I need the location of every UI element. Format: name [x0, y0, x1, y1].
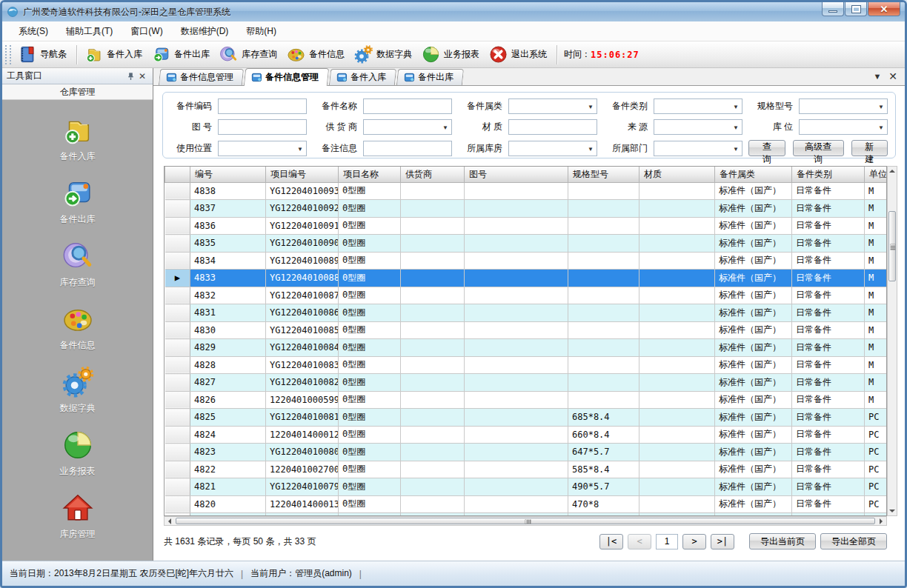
row-selector-cell[interactable]	[165, 478, 190, 496]
table-cell[interactable]	[465, 374, 568, 392]
table-cell[interactable]	[568, 374, 639, 392]
form-select[interactable]: ▼	[799, 98, 888, 114]
table-cell[interactable]	[401, 409, 465, 427]
menu-item[interactable]: 系统(S)	[10, 22, 57, 41]
table-cell[interactable]	[568, 287, 639, 304]
table-cell[interactable]	[568, 270, 639, 287]
table-cell[interactable]: YG12204010081	[266, 409, 339, 427]
table-row[interactable]: 4830YG122040100850型圈标准件（国产）日常备件M	[165, 321, 887, 339]
horizontal-scroll-thumb[interactable]	[176, 518, 875, 524]
table-cell[interactable]: 标准件（国产）	[715, 270, 792, 287]
table-cell[interactable]: 0型圈	[339, 270, 401, 287]
table-cell[interactable]	[639, 391, 715, 409]
table-cell[interactable]: YG12204010091	[266, 217, 339, 235]
table-cell[interactable]: 日常备件	[792, 426, 865, 444]
table-cell[interactable]: 1220401400012	[266, 426, 339, 444]
row-selector-cell[interactable]	[165, 287, 190, 304]
table-cell[interactable]	[639, 356, 715, 374]
table-cell[interactable]: 0型圈	[339, 217, 401, 235]
table-cell[interactable]: 0型圈	[339, 409, 401, 427]
table-cell[interactable]: 标准件（国产）	[715, 478, 792, 496]
next-page-button[interactable]: >	[682, 534, 706, 549]
row-selector-cell[interactable]	[165, 444, 190, 461]
table-row[interactable]: 4829YG122040100840型圈标准件（国产）日常备件M	[165, 339, 887, 357]
new-button[interactable]: 新建	[851, 140, 888, 156]
table-cell[interactable]	[401, 461, 465, 478]
table-cell[interactable]	[568, 182, 639, 200]
table-cell[interactable]	[639, 321, 715, 339]
table-cell[interactable]	[568, 217, 639, 235]
table-cell[interactable]: 0型圈	[339, 391, 401, 409]
form-select[interactable]: ▼	[218, 141, 307, 156]
table-cell[interactable]: 4831	[190, 304, 266, 322]
form-select[interactable]: ▼	[799, 119, 888, 135]
table-cell[interactable]: 日常备件	[792, 444, 865, 461]
table-cell[interactable]: 0型圈	[339, 287, 401, 304]
row-selector-cell[interactable]	[165, 356, 190, 374]
table-cell[interactable]	[401, 478, 465, 496]
table-cell[interactable]: 4823	[190, 444, 266, 461]
toolbar-button-exit[interactable]: 退出系统	[485, 43, 553, 66]
column-header[interactable]: 备件类别	[792, 167, 865, 182]
minimize-button[interactable]	[822, 2, 844, 16]
row-selector-cell[interactable]	[165, 426, 190, 444]
form-input[interactable]	[363, 98, 452, 114]
table-cell[interactable]: 0型圈	[339, 356, 401, 374]
table-cell[interactable]: 0型圈	[339, 235, 401, 253]
export-current-page-button[interactable]: 导出当前页	[749, 533, 816, 549]
table-cell[interactable]	[465, 391, 568, 409]
sidebar-item-inbound[interactable]: 备件入库	[2, 113, 153, 163]
table-cell[interactable]: 标准件（国产）	[715, 217, 792, 235]
table-cell[interactable]	[401, 339, 465, 357]
table-cell[interactable]: 0型圈	[339, 478, 401, 496]
table-cell[interactable]	[401, 444, 465, 461]
table-cell[interactable]	[465, 339, 568, 357]
scroll-right-button[interactable]	[876, 517, 886, 525]
table-cell[interactable]: 标准件（国产）	[715, 339, 792, 357]
table-row[interactable]: 4832YG122040100870型圈标准件（国产）日常备件M	[165, 287, 887, 304]
table-cell[interactable]	[465, 495, 568, 513]
toolbar-button-dict[interactable]: 数据字典	[350, 43, 418, 66]
table-cell[interactable]: 4827	[190, 374, 266, 392]
form-input[interactable]	[218, 98, 307, 114]
toolbar-button-info[interactable]: 备件信息	[283, 43, 350, 66]
table-cell[interactable]: 4820	[190, 495, 266, 513]
sidebar-item-query[interactable]: 库存查询	[2, 239, 153, 289]
table-cell[interactable]: M	[865, 356, 887, 374]
previous-page-button[interactable]: <	[628, 534, 651, 549]
table-cell[interactable]	[401, 200, 465, 218]
table-cell[interactable]: 660*8.4	[568, 426, 639, 444]
table-cell[interactable]: M	[865, 287, 887, 304]
table-cell[interactable]: 0型圈	[339, 321, 401, 339]
table-cell[interactable]: 标准件（国产）	[715, 304, 792, 322]
table-cell[interactable]	[639, 217, 715, 235]
table-cell[interactable]: 4838	[190, 182, 266, 200]
table-cell[interactable]: 日常备件	[792, 495, 865, 513]
row-selector-cell[interactable]	[165, 339, 190, 357]
export-all-pages-button[interactable]: 导出全部页	[820, 533, 887, 549]
row-selector-cell[interactable]	[165, 252, 190, 270]
menu-item[interactable]: 辅助工具(T)	[57, 22, 122, 41]
table-cell[interactable]: 4824	[190, 426, 266, 444]
row-selector-cell[interactable]	[165, 217, 190, 235]
table-cell[interactable]: PC	[865, 409, 887, 427]
title-bar[interactable]: 广州爱奇迪软件科技有限公司-深田之星仓库管理系统 ✕	[2, 2, 905, 21]
table-cell[interactable]	[568, 235, 639, 253]
page-number-input[interactable]	[656, 534, 678, 549]
table-cell[interactable]	[568, 304, 639, 322]
table-cell[interactable]: YG12204010093	[266, 182, 339, 200]
table-row[interactable]: 4835YG122040100900型圈标准件（国产）日常备件M	[165, 235, 887, 253]
table-cell[interactable]	[639, 270, 715, 287]
table-cell[interactable]: 标准件（国产）	[715, 287, 792, 304]
pin-icon[interactable]	[124, 70, 136, 82]
table-cell[interactable]	[639, 304, 715, 322]
table-cell[interactable]: YG12204010089	[266, 252, 339, 270]
table-cell[interactable]: YG12204010092	[266, 200, 339, 218]
last-page-button[interactable]: >|	[711, 534, 734, 549]
table-cell[interactable]	[465, 478, 568, 496]
table-cell[interactable]: PC	[865, 444, 887, 461]
table-cell[interactable]: 标准件（国产）	[715, 461, 792, 478]
table-cell[interactable]: PC	[865, 461, 887, 478]
table-cell[interactable]	[401, 304, 465, 322]
table-cell[interactable]: YG12204010087	[266, 287, 339, 304]
